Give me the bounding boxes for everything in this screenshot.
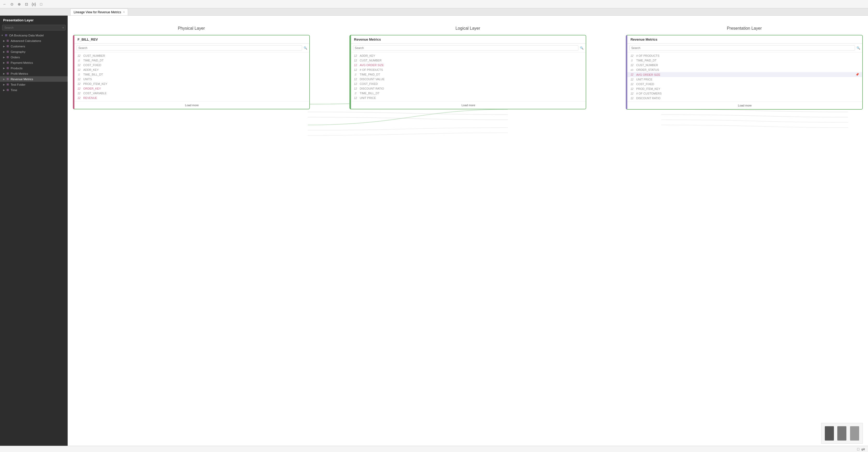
row-label: COST_FIXED [636,83,654,86]
row-type: 12 [78,97,81,99]
content-area: Physical Layer F_BILL_REV 🔍 12CUST_NUMBE… [68,16,868,446]
physical-search-input[interactable] [76,45,302,51]
frame-icon[interactable]: ⊡ [24,2,29,7]
sidebar-item-orders[interactable]: ▶ ⊞ Orders [0,54,68,60]
row-label: PROD_ITEM_KEY [83,82,107,85]
row-label: UNITS [83,78,92,81]
chevron-icon: ▶ [3,51,5,53]
presentation-card-rows: 12# OF PRODUCTS 🗓TIME_PAID_DT 12CUST_NUM… [627,52,862,101]
sidebar-title: Presentation Layer [0,16,68,24]
table-row: 12CUST_NUMBER [351,58,586,63]
table-row: 12PROD_ITEM_KEY [74,82,309,86]
toolbar: ← ⊙ ⊕ ⊡ {x} □ [0,0,868,8]
table-row: 12UNIT PRICE [627,77,862,82]
row-label: UNIT PRICE [636,78,652,81]
logical-layer-title: Logical Layer [455,26,480,31]
refresh-icon[interactable]: ⊙ [9,2,14,7]
sidebar-item-test-folder[interactable]: ▶ ⊞ Test Folder [0,82,68,87]
lineage-tab[interactable]: Lineage View for Revenue Metrics × [70,8,128,16]
sidebar-tree: ▼ ⊞ OA Bootcamp Data Model ▶ ⊞ Advanced … [0,33,68,446]
table-row: 🗓TIME_PAID_DT [74,58,309,63]
item-label: Profit Metrics [11,72,28,75]
physical-load-more-button[interactable]: Load more [74,101,309,109]
git-icon[interactable]: git [862,448,865,451]
row-label: CUST_NUMBER [83,54,105,57]
item-label: Customers [11,45,25,48]
row-label: UNIT PRICE [360,96,376,99]
row-type: 12 [630,73,634,76]
row-label: TIME_PAID_DT [636,59,656,62]
root-chevron-icon: ▼ [1,34,3,37]
tab-bar: Lineage View for Revenue Metrics × [0,8,868,16]
table-row: 12ADDR_KEY [74,67,309,72]
row-label: # OF PRODUCTS [360,68,383,71]
table-row: 12COST_FIXED [74,63,309,67]
logical-layer-section: Logical Layer Revenue Metrics 🔍 12ADDR_K… [349,26,586,109]
chevron-icon: ▶ [3,45,5,48]
grid-icon: ⊞ [6,39,9,42]
sidebar-search-input[interactable] [2,25,66,30]
table-row: 12COST_FIXED [351,82,586,86]
sidebar-root-item[interactable]: ▼ ⊞ OA Bootcamp Data Model [0,33,68,38]
physical-card: F_BILL_REV 🔍 12CUST_NUMBER 🗓TIME_PAID_DT… [73,35,310,109]
row-type: 12 [354,64,358,67]
variable-icon[interactable]: {x} [31,2,36,7]
search-icon: 🔍 [304,46,307,50]
back-icon[interactable]: ← [2,2,7,7]
chevron-icon: ▶ [3,67,5,69]
logical-load-more-button[interactable]: Load more [351,101,586,109]
tab-close-button[interactable]: × [123,11,125,13]
row-type: 12 [78,78,81,81]
item-label: Revenue Metrics [11,78,33,81]
row-type: 🗓 [630,59,634,62]
chevron-icon: ▶ [3,89,5,91]
table-row: 12REVENUE [74,95,309,100]
sidebar-item-profit-metrics[interactable]: ▶ ⊞ Profit Metrics [0,71,68,76]
row-type: 12 [630,54,634,57]
grid-icon: ⊞ [6,50,9,53]
chevron-icon: ▶ [3,39,5,42]
mini-card-1 [825,426,834,441]
row-type: 12 [78,68,81,71]
layout-icon[interactable]: □ [857,447,859,451]
sidebar-item-advanced-calculations[interactable]: ▶ ⊞ Advanced Calculations [0,38,68,43]
row-type: 12 [78,54,81,57]
row-type: 12 [630,92,634,95]
sidebar-item-revenue-metrics[interactable]: ▶ ⊞ Revenue Metrics [0,76,68,82]
pin-icon: 📌 [856,73,859,76]
row-label: REVENUE [83,96,97,99]
mini-map [821,423,863,444]
table-row: 12# OF CUSTOMERS [627,91,862,96]
sidebar-item-payment-metrics[interactable]: ▶ ⊞ Payment Metrics [0,60,68,65]
sidebar-item-time[interactable]: ▶ ⊞ Time [0,87,68,93]
sidebar-search-container: × [2,25,66,30]
presentation-load-more-button[interactable]: Load more [627,101,862,109]
row-label: # OF PRODUCTS [636,54,659,57]
document-icon[interactable]: □ [38,2,44,7]
row-type: 12 [354,54,358,57]
table-row: 12UNIT PRICE [351,95,586,100]
item-label: Test Folder [11,83,26,86]
grid-icon: ⊞ [6,72,9,75]
sidebar-search-clear-button[interactable]: × [62,26,64,29]
table-row: 12PROD_ITEM_KEY [627,86,862,91]
grid-icon: ⊞ [6,88,9,92]
status-bar: □ git [0,446,868,452]
row-label: # OF CUSTOMERS [636,92,662,95]
logical-search-input[interactable] [353,45,579,51]
row-label: ADDR_KEY [360,54,375,57]
sidebar-item-customers[interactable]: ▶ ⊞ Customers [0,43,68,49]
table-row: 12CUST_NUMBER [627,63,862,67]
search-icon: 🔍 [857,46,860,50]
row-type: 12 [630,83,634,86]
sidebar-item-products[interactable]: ▶ ⊞ Products [0,65,68,71]
presentation-layer-title: Presentation Layer [727,26,762,31]
table-row: 12 AVG ORDER SIZE 📌 [627,72,862,77]
table-row: 12DISCOUNT VALUE [351,77,586,82]
add-icon[interactable]: ⊕ [17,2,22,7]
item-label: Orders [11,56,20,59]
sidebar-item-geography[interactable]: ▶ ⊞ Geography [0,49,68,54]
row-label: PROD_ITEM_KEY [636,87,660,90]
presentation-search-input[interactable] [629,45,855,51]
row-type: 12 [78,92,81,95]
